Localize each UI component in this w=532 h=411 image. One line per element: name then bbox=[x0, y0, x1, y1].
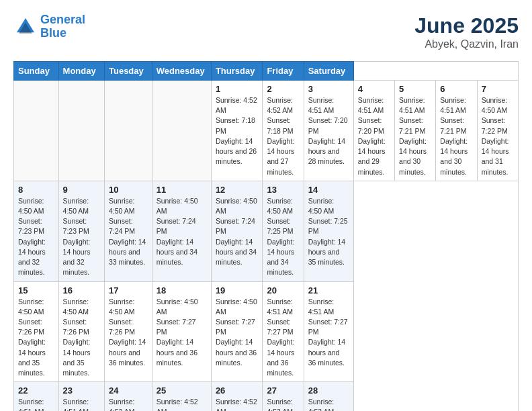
day-number: 5 bbox=[399, 84, 431, 94]
calendar-cell: 19Sunrise: 4:50 AMSunset: 7:27 PMDayligh… bbox=[211, 281, 263, 382]
week-row-2: 8Sunrise: 4:50 AMSunset: 7:23 PMDaylight… bbox=[14, 181, 519, 281]
day-info: Sunrise: 4:50 AMSunset: 7:24 PMDaylight:… bbox=[216, 196, 259, 268]
calendar-cell: 20Sunrise: 4:51 AMSunset: 7:27 PMDayligh… bbox=[263, 281, 304, 382]
day-info: Sunrise: 4:51 AMSunset: 7:21 PMDaylight:… bbox=[399, 95, 431, 177]
calendar-cell: 16Sunrise: 4:50 AMSunset: 7:26 PMDayligh… bbox=[58, 281, 104, 382]
weekday-header-tuesday: Tuesday bbox=[104, 62, 152, 81]
day-info: Sunrise: 4:50 AMSunset: 7:22 PMDaylight:… bbox=[482, 95, 514, 177]
logo-line2: Blue bbox=[40, 26, 66, 40]
calendar-cell: 1Sunrise: 4:52 AMSunset: 7:18 PMDaylight… bbox=[211, 81, 263, 181]
day-number: 1 bbox=[216, 84, 259, 94]
calendar-cell: 4Sunrise: 4:51 AMSunset: 7:20 PMDaylight… bbox=[353, 81, 394, 181]
calendar-cell: 15Sunrise: 4:50 AMSunset: 7:26 PMDayligh… bbox=[14, 281, 59, 382]
day-number: 19 bbox=[216, 285, 259, 295]
calendar-cell: 9Sunrise: 4:50 AMSunset: 7:23 PMDaylight… bbox=[58, 181, 104, 281]
day-info: Sunrise: 4:50 AMSunset: 7:25 PMDaylight:… bbox=[308, 196, 349, 268]
day-info: Sunrise: 4:52 AMSunset: 7:28 PMDaylight:… bbox=[109, 397, 148, 411]
day-number: 10 bbox=[109, 185, 148, 195]
calendar-cell bbox=[152, 81, 211, 181]
calendar-cell: 14Sunrise: 4:50 AMSunset: 7:25 PMDayligh… bbox=[304, 181, 353, 281]
calendar-cell: 23Sunrise: 4:51 AMSunset: 7:28 PMDayligh… bbox=[58, 382, 104, 411]
calendar-cell: 26Sunrise: 4:52 AMSunset: 7:28 PMDayligh… bbox=[211, 382, 263, 411]
calendar-cell: 28Sunrise: 4:53 AMSunset: 7:28 PMDayligh… bbox=[304, 382, 353, 411]
day-info: Sunrise: 4:51 AMSunset: 7:28 PMDaylight:… bbox=[63, 397, 100, 411]
day-info: Sunrise: 4:50 AMSunset: 7:25 PMDaylight:… bbox=[267, 196, 299, 278]
calendar-cell: 13Sunrise: 4:50 AMSunset: 7:25 PMDayligh… bbox=[263, 181, 304, 281]
day-info: Sunrise: 4:51 AMSunset: 7:20 PMDaylight:… bbox=[308, 95, 349, 167]
calendar-cell bbox=[14, 81, 59, 181]
calendar-cell: 6Sunrise: 4:51 AMSunset: 7:21 PMDaylight… bbox=[436, 81, 477, 181]
day-number: 24 bbox=[109, 385, 148, 396]
calendar-cell: 12Sunrise: 4:50 AMSunset: 7:24 PMDayligh… bbox=[211, 181, 263, 281]
day-info: Sunrise: 4:51 AMSunset: 7:21 PMDaylight:… bbox=[440, 95, 472, 177]
weekday-header-monday: Monday bbox=[58, 62, 104, 81]
day-info: Sunrise: 4:53 AMSunset: 7:28 PMDaylight:… bbox=[308, 397, 349, 411]
day-info: Sunrise: 4:52 AMSunset: 7:18 PMDaylight:… bbox=[216, 95, 259, 167]
calendar-cell: 11Sunrise: 4:50 AMSunset: 7:24 PMDayligh… bbox=[152, 181, 211, 281]
weekday-header-thursday: Thursday bbox=[211, 62, 263, 81]
day-number: 13 bbox=[267, 185, 299, 195]
day-number: 4 bbox=[358, 84, 390, 94]
day-info: Sunrise: 4:51 AMSunset: 7:27 PMDaylight:… bbox=[308, 297, 349, 369]
month-title: June 2025 bbox=[414, 13, 519, 38]
day-number: 7 bbox=[482, 84, 514, 94]
calendar-cell: 5Sunrise: 4:51 AMSunset: 7:21 PMDaylight… bbox=[395, 81, 436, 181]
weekday-header-friday: Friday bbox=[263, 62, 304, 81]
calendar-cell: 7Sunrise: 4:50 AMSunset: 7:22 PMDaylight… bbox=[477, 81, 518, 181]
calendar-cell: 24Sunrise: 4:52 AMSunset: 7:28 PMDayligh… bbox=[104, 382, 152, 411]
day-number: 2 bbox=[267, 84, 299, 94]
day-number: 3 bbox=[308, 84, 349, 94]
logo-icon bbox=[13, 15, 38, 39]
calendar-cell: 21Sunrise: 4:51 AMSunset: 7:27 PMDayligh… bbox=[304, 281, 353, 382]
day-info: Sunrise: 4:50 AMSunset: 7:27 PMDaylight:… bbox=[216, 297, 259, 369]
calendar-cell: 3Sunrise: 4:51 AMSunset: 7:20 PMDaylight… bbox=[304, 81, 353, 181]
day-number: 23 bbox=[63, 385, 100, 396]
day-number: 15 bbox=[18, 285, 54, 295]
day-info: Sunrise: 4:52 AMSunset: 7:28 PMDaylight:… bbox=[216, 397, 259, 411]
location-title: Abyek, Qazvin, Iran bbox=[414, 38, 519, 50]
calendar-cell: 8Sunrise: 4:50 AMSunset: 7:23 PMDaylight… bbox=[14, 181, 59, 281]
day-info: Sunrise: 4:52 AMSunset: 7:18 PMDaylight:… bbox=[267, 95, 299, 177]
day-number: 14 bbox=[308, 185, 349, 195]
day-number: 12 bbox=[216, 185, 259, 195]
day-info: Sunrise: 4:50 AMSunset: 7:27 PMDaylight:… bbox=[157, 297, 207, 369]
day-number: 11 bbox=[157, 185, 207, 195]
page-header: General Blue June 2025 Abyek, Qazvin, Ir… bbox=[13, 13, 519, 50]
weekday-header-sunday: Sunday bbox=[14, 62, 59, 81]
calendar-cell: 17Sunrise: 4:50 AMSunset: 7:26 PMDayligh… bbox=[104, 281, 152, 382]
day-number: 16 bbox=[63, 285, 100, 295]
day-number: 17 bbox=[109, 285, 148, 295]
logo-line1: General bbox=[40, 13, 85, 26]
weekday-header-wednesday: Wednesday bbox=[152, 62, 211, 81]
day-number: 27 bbox=[267, 385, 299, 396]
logo-text: General Blue bbox=[40, 13, 85, 40]
title-block: June 2025 Abyek, Qazvin, Iran bbox=[414, 13, 519, 50]
day-info: Sunrise: 4:50 AMSunset: 7:26 PMDaylight:… bbox=[18, 297, 54, 379]
day-number: 20 bbox=[267, 285, 299, 295]
day-info: Sunrise: 4:50 AMSunset: 7:23 PMDaylight:… bbox=[63, 196, 100, 278]
calendar-cell: 22Sunrise: 4:51 AMSunset: 7:28 PMDayligh… bbox=[14, 382, 59, 411]
day-number: 8 bbox=[18, 185, 54, 195]
day-number: 18 bbox=[157, 285, 207, 295]
calendar-cell bbox=[104, 81, 152, 181]
day-number: 26 bbox=[216, 385, 259, 396]
week-row-3: 15Sunrise: 4:50 AMSunset: 7:26 PMDayligh… bbox=[14, 281, 519, 382]
logo: General Blue bbox=[13, 13, 85, 40]
calendar-cell: 27Sunrise: 4:53 AMSunset: 7:28 PMDayligh… bbox=[263, 382, 304, 411]
day-info: Sunrise: 4:52 AMSunset: 7:28 PMDaylight:… bbox=[157, 397, 207, 411]
calendar-cell bbox=[58, 81, 104, 181]
day-info: Sunrise: 4:50 AMSunset: 7:24 PMDaylight:… bbox=[157, 196, 207, 268]
day-info: Sunrise: 4:51 AMSunset: 7:27 PMDaylight:… bbox=[267, 297, 299, 379]
calendar-cell: 25Sunrise: 4:52 AMSunset: 7:28 PMDayligh… bbox=[152, 382, 211, 411]
weekday-header-saturday: Saturday bbox=[304, 62, 353, 81]
week-row-4: 22Sunrise: 4:51 AMSunset: 7:28 PMDayligh… bbox=[14, 382, 519, 411]
day-number: 21 bbox=[308, 285, 349, 295]
day-info: Sunrise: 4:53 AMSunset: 7:28 PMDaylight:… bbox=[267, 397, 299, 411]
week-row-1: 1Sunrise: 4:52 AMSunset: 7:18 PMDaylight… bbox=[14, 81, 519, 181]
day-number: 22 bbox=[18, 385, 54, 396]
day-info: Sunrise: 4:50 AMSunset: 7:26 PMDaylight:… bbox=[109, 297, 148, 369]
calendar-table: SundayMondayTuesdayWednesdayThursdayFrid… bbox=[13, 61, 519, 411]
weekday-header-row: SundayMondayTuesdayWednesdayThursdayFrid… bbox=[14, 62, 519, 81]
calendar-cell: 2Sunrise: 4:52 AMSunset: 7:18 PMDaylight… bbox=[263, 81, 304, 181]
day-info: Sunrise: 4:50 AMSunset: 7:23 PMDaylight:… bbox=[18, 196, 54, 278]
